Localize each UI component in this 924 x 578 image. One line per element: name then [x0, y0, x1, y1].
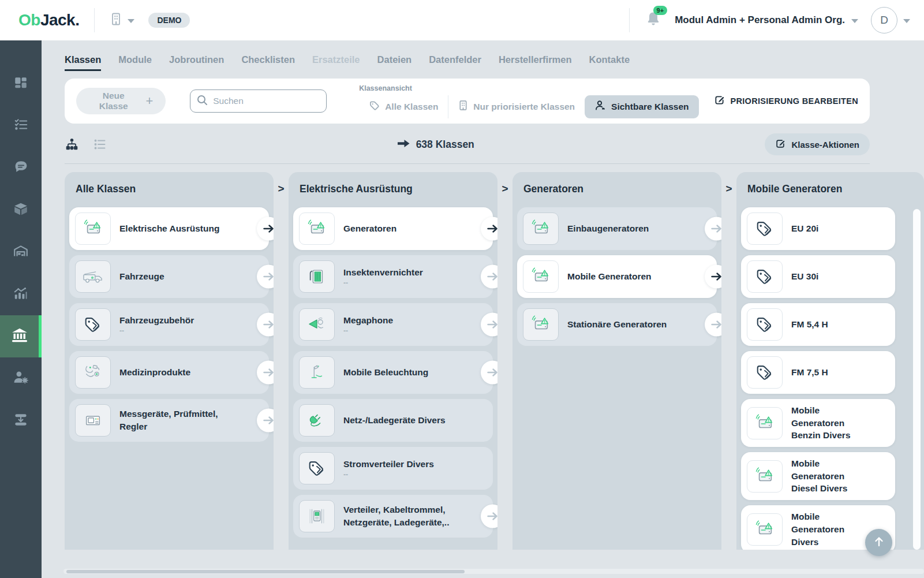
tab-datenfelder[interactable]: Datenfelder [429, 54, 481, 71]
tab-dateien[interactable]: Dateien [377, 54, 412, 71]
edit-icon [775, 139, 785, 151]
class-card[interactable]: Fahrzeuge [69, 255, 269, 298]
sidebar-item-import[interactable] [0, 400, 42, 442]
open-children-button[interactable] [481, 265, 497, 289]
class-actions-button[interactable]: Klasse-Aktionen [765, 133, 870, 155]
class-card[interactable]: Netz-/Ladegeräte Divers [293, 399, 493, 442]
class-card[interactable]: Insektenvernichter-- [293, 255, 493, 298]
sidebar-item-warehouse[interactable] [0, 231, 42, 273]
class-card[interactable]: Messgeräte, Prüfmittel, Regler [69, 399, 269, 442]
column-title: Mobile Generatoren [741, 172, 895, 207]
tree-view-toggle[interactable] [65, 137, 79, 152]
view-option-building[interactable]: Nur priorisierte Klassen [448, 95, 585, 118]
open-children-button[interactable] [257, 313, 274, 337]
horizontal-scrollbar-thumb[interactable] [66, 570, 465, 573]
class-card-text: Insektenvernichter-- [343, 266, 439, 288]
tab-jobroutinen[interactable]: Jobroutinen [169, 54, 224, 71]
account-menu[interactable]: Modul Admin + Personal Admin Org. [675, 14, 858, 26]
class-card[interactable]: Mobile Generatoren Benzin Divers [741, 399, 895, 447]
class-card[interactable]: Generatoren [293, 207, 493, 250]
horizontal-scrollbar[interactable] [63, 569, 924, 574]
view-option-label: Sichtbare Klassen [611, 102, 689, 112]
search-input[interactable] [213, 96, 320, 106]
open-children-button[interactable] [481, 361, 497, 385]
class-card[interactable]: Mobile Beleuchtung [293, 351, 493, 394]
class-card-text: Einbaugeneratoren [567, 222, 665, 235]
new-class-label: Neue Klasse [89, 91, 138, 111]
avatar[interactable]: D [871, 7, 897, 33]
tab-herstellerfirmen[interactable]: Herstellerfirmen [499, 54, 572, 71]
sidebar-item-dashboard[interactable] [0, 62, 42, 105]
class-card[interactable]: Elektrische Ausrüstung [69, 207, 269, 250]
class-card[interactable]: Fahrzeugzubehör-- [69, 303, 269, 346]
class-card-label: Mobile Beleuchtung [343, 366, 428, 379]
class-card[interactable]: EU 20i [741, 207, 895, 250]
class-card-label: FM 5,4 H [791, 318, 828, 331]
open-children-button[interactable] [481, 313, 497, 337]
org-switcher[interactable] [110, 12, 134, 28]
sidebar-item-chat[interactable] [0, 147, 42, 189]
class-card[interactable]: Mobile Generatoren Diesel Divers [741, 452, 895, 500]
class-card-label: Megaphone [343, 314, 393, 327]
column-chevron-icon: > [274, 172, 289, 550]
class-card[interactable]: Megaphone-- [293, 303, 493, 346]
notifications-button[interactable]: 9+ [646, 11, 661, 29]
sidebar-item-tasks[interactable] [0, 105, 42, 147]
class-card[interactable]: Stationäre Generatoren [517, 303, 717, 346]
tab-klassen[interactable]: Klassen [65, 54, 101, 71]
class-card-subtitle: -- [343, 279, 423, 287]
class-card[interactable]: Einbaugeneratoren [517, 207, 717, 250]
class-card[interactable]: Mobile Generatoren [517, 255, 717, 298]
insect-icon [299, 260, 335, 293]
open-children-button[interactable] [257, 361, 274, 385]
view-option-tag[interactable]: Alle Klassen [359, 95, 448, 118]
class-card[interactable]: FM 7,5 H [741, 351, 895, 394]
sidebar-item-box[interactable] [0, 189, 42, 231]
class-card[interactable]: FM 5,4 H [741, 303, 895, 346]
scroll-to-top-button[interactable] [865, 529, 892, 556]
edit-prioritization-button[interactable]: PRIORISIERUNG BEARBEITEN [714, 95, 859, 107]
tab-bar: KlassenModuleJobroutinenChecklistenErsat… [42, 40, 924, 71]
class-card[interactable]: Verteiler, Kabeltrommel, Netzgeräte, Lad… [293, 495, 493, 538]
class-card-label: Elektrische Ausrüstung [119, 222, 219, 235]
search-box[interactable] [190, 90, 327, 113]
class-view-label: Klassenansicht [359, 84, 698, 92]
sidebar-item-chart[interactable] [0, 273, 42, 315]
class-card-label: Verteiler, Kabeltrommel, Netzgeräte, Lad… [343, 504, 471, 528]
search-icon [197, 95, 208, 108]
new-class-button[interactable]: Neue Klasse + [76, 88, 166, 114]
tab-module[interactable]: Module [118, 54, 152, 71]
class-card[interactable]: Medizinprodukte [69, 351, 269, 394]
class-card[interactable]: Stromverteiler Divers-- [293, 447, 493, 490]
tab-ersatzteile[interactable]: Ersatzteile [312, 54, 360, 71]
open-children-button[interactable] [257, 265, 274, 289]
open-children-button[interactable] [257, 217, 274, 241]
chevron-down-icon [851, 14, 858, 26]
column-title: Elektrische Ausrüstung [293, 172, 493, 207]
tab-kontakte[interactable]: Kontakte [589, 54, 630, 71]
list-toolbar: 638 Klassen Klasse-Aktionen [65, 133, 870, 156]
edit-icon [714, 95, 725, 107]
class-card-text: Mobile Generatoren Diesel Divers [791, 457, 889, 495]
device-icon [299, 500, 335, 532]
open-children-button[interactable] [705, 313, 721, 337]
generator-icon [523, 260, 559, 293]
class-card-label: Mobile Generatoren Benzin Divers [791, 404, 873, 442]
class-card-label: Stationäre Generatoren [567, 318, 667, 331]
class-card[interactable]: EU 30i [741, 255, 895, 298]
open-children-button[interactable] [481, 217, 497, 241]
tab-checklisten[interactable]: Checklisten [241, 54, 295, 71]
class-card-label: Messgeräte, Prüfmittel, Regler [119, 408, 247, 432]
sidebar-item-user-settings[interactable] [0, 357, 42, 400]
class-card-subtitle: -- [343, 327, 393, 335]
class-card-text: Mobile Beleuchtung [343, 366, 444, 379]
list-view-toggle[interactable] [93, 137, 107, 151]
class-card-text: Stationäre Generatoren [567, 318, 683, 331]
open-children-button[interactable] [705, 217, 721, 241]
view-option-user[interactable]: Sichtbare Klassen [585, 95, 698, 118]
tag-icon [299, 452, 335, 484]
column-scrollbar[interactable] [913, 209, 921, 550]
open-children-button[interactable] [705, 265, 721, 289]
sidebar-item-bank[interactable] [0, 315, 42, 357]
class-column: Alle KlassenElektrische AusrüstungFahrze… [65, 172, 274, 550]
